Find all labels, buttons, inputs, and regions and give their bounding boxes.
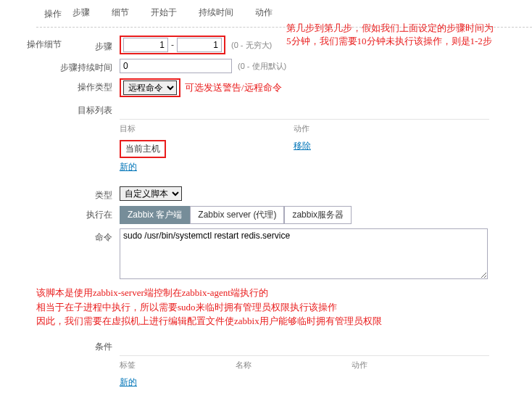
command-label: 命令	[36, 228, 120, 244]
exec-on-group: Zabbix 客户端 Zabbix server (代理) zabbix服务器	[120, 206, 352, 224]
cond-header: 标签 名称 动作	[120, 358, 489, 375]
tab-start[interactable]: 开始于	[151, 5, 177, 20]
target-header: 目标动作	[120, 122, 489, 139]
step-duration-hint: (0 - 使用默认)	[238, 61, 286, 72]
op-type-box: 远程命令	[120, 78, 180, 97]
tab-detail[interactable]: 细节	[112, 5, 129, 20]
tab-steps[interactable]: 步骤	[72, 5, 90, 20]
op-label: 操作	[0, 5, 69, 20]
step-duration-input[interactable]	[120, 59, 232, 73]
step-range-group: -	[120, 36, 225, 54]
step-hint: (0 - 无穷大)	[231, 40, 272, 51]
script-type-label: 类型	[36, 186, 120, 202]
step-to-input[interactable]	[177, 38, 222, 52]
tab-action[interactable]: 动作	[255, 5, 273, 20]
exec-on-agent[interactable]: Zabbix 客户端	[120, 206, 190, 224]
annotation-script: 该脚本是使用zabbix-server端控制在zabbix-agent端执行的 …	[36, 286, 532, 328]
exec-on-server[interactable]: zabbix服务器	[284, 206, 352, 224]
exec-on-proxy[interactable]: Zabbix server (代理)	[190, 206, 284, 224]
target-row: 当前主机 移除	[120, 139, 489, 160]
annotation-op-type: 可选发送警告/远程命令	[185, 81, 282, 94]
command-textarea[interactable]: sudo /usr/bin/systemctl restart redis.se…	[120, 228, 488, 279]
step-label: 步骤	[69, 38, 120, 53]
exec-on-label: 执行在	[36, 206, 120, 221]
op-type-select[interactable]: 远程命令	[123, 80, 177, 95]
cond-label: 条件	[36, 338, 120, 353]
targets-label: 目标列表	[36, 102, 120, 117]
tab-duration[interactable]: 持续时间	[199, 5, 233, 20]
cond-new-link[interactable]: 新的	[120, 376, 137, 389]
current-host: 当前主机	[120, 140, 166, 158]
op-type-label: 操作类型	[36, 78, 120, 94]
step-duration-label: 步骤持续时间	[36, 59, 120, 74]
target-remove-link[interactable]: 移除	[294, 141, 311, 151]
detail-label: 操作细节	[0, 36, 69, 51]
step-from-input[interactable]	[123, 38, 168, 52]
target-new-link[interactable]: 新的	[120, 161, 137, 173]
script-type-select[interactable]: 自定义脚本	[120, 186, 182, 201]
